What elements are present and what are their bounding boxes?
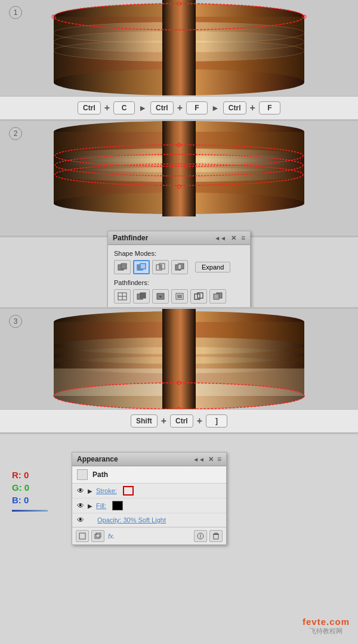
stroke-label[interactable]: Stroke:: [96, 487, 117, 494]
g-value: G: 0: [12, 482, 60, 493]
rgb-panel: R: 0 G: 0 B: 0: [12, 446, 60, 512]
r-value: R: 0: [12, 470, 60, 480]
pathfinders-label: Pathfinders:: [114, 279, 244, 286]
kbd-bracket: ]: [206, 414, 227, 428]
cylinder-image-3: [0, 309, 358, 409]
watermark: fevte.com 飞特教程网: [303, 617, 350, 636]
appearance-title: Appearance: [77, 455, 118, 463]
svg-rect-48: [214, 294, 219, 299]
svg-rect-44: [177, 295, 182, 298]
kbd-shift: Shift: [131, 414, 158, 428]
svg-rect-61: [79, 533, 85, 539]
section-2: 2: [0, 119, 358, 236]
fill-color-swatch[interactable]: [112, 501, 123, 510]
footer-circle-btn[interactable]: [194, 530, 207, 542]
pathfinder-menu[interactable]: ≡: [241, 234, 245, 242]
color-gradient-bar: [12, 510, 48, 512]
path-icon-box: [77, 469, 88, 480]
shape-mode-intersect[interactable]: [152, 260, 169, 274]
pathfinder-title: Pathfinder: [113, 234, 148, 242]
cylinder-svg-1: [0, 0, 358, 95]
plus-5: +: [197, 416, 202, 426]
arrow-1: ►: [138, 103, 147, 113]
footer-delete-btn[interactable]: [209, 530, 223, 542]
fill-visibility-eye[interactable]: 👁: [77, 501, 84, 510]
pathfinder-crop[interactable]: [171, 289, 188, 304]
svg-rect-63: [96, 533, 101, 537]
kbd-f-1: F: [186, 101, 208, 114]
footer-btn-2[interactable]: [91, 530, 104, 542]
b-value: B: 0: [12, 495, 60, 505]
path-title-row: Path: [72, 466, 226, 484]
kbd-bar-1: Ctrl + C ► Ctrl + F ► Ctrl + F: [0, 96, 358, 119]
svg-rect-30: [140, 264, 146, 269]
kbd-ctrl-2: Ctrl: [150, 101, 174, 114]
pathfinder-header: Pathfinder ◄◄ ✕ ≡: [108, 231, 250, 245]
fx-label[interactable]: fx.: [108, 532, 115, 540]
cylinder-image-1: [0, 0, 358, 96]
expand-button[interactable]: Expand: [195, 262, 230, 273]
appearance-header-right: ◄◄ ✕ ≡: [193, 455, 221, 463]
pathfinder-header-right: ◄◄ ✕ ≡: [214, 234, 245, 242]
fill-expand-arrow[interactable]: ▶: [88, 503, 92, 509]
pathfinder-trim[interactable]: [133, 289, 150, 304]
plus-4: +: [161, 416, 166, 426]
brand-subtitle: 飞特教程网: [303, 627, 350, 636]
section-3-pathfinder: Pathfinder ◄◄ ✕ ≡ Shape Modes:: [0, 236, 358, 307]
svg-rect-21: [162, 121, 196, 216]
shape-modes-row: Expand: [114, 260, 244, 274]
path-title: Path: [92, 470, 108, 479]
pathfinder-panel: Pathfinder ◄◄ ✕ ≡ Shape Modes:: [107, 231, 251, 314]
plus-2: +: [177, 103, 183, 113]
svg-rect-41: [140, 293, 146, 298]
shape-modes-label: Shape Modes:: [114, 250, 244, 257]
pathfinders-row: [114, 289, 244, 304]
svg-rect-68: [215, 533, 217, 534]
svg-rect-9: [162, 0, 196, 95]
pathfinder-outline[interactable]: [190, 289, 207, 304]
stroke-color-swatch[interactable]: [123, 486, 134, 496]
stroke-visibility-eye[interactable]: 👁: [77, 487, 84, 495]
opacity-label[interactable]: Opacity: 30% Soft Light: [97, 516, 166, 524]
kbd-ctrl-3: Ctrl: [223, 101, 246, 114]
opacity-row: 👁 Opacity: 30% Soft Light: [72, 513, 226, 527]
pathfinder-close[interactable]: ✕: [231, 234, 236, 242]
pathfinder-collapse[interactable]: ◄◄: [214, 235, 226, 242]
svg-rect-57: [162, 309, 196, 409]
pathfinder-divide[interactable]: [114, 289, 131, 304]
appearance-menu[interactable]: ≡: [217, 455, 221, 463]
appearance-panel: Appearance ◄◄ ✕ ≡ Path 👁 ▶ Stroke: 👁 ▶ F…: [72, 452, 227, 545]
arrow-2: ►: [211, 103, 220, 113]
cylinder-svg-2: [0, 121, 358, 216]
plus-1: +: [104, 103, 110, 113]
color-line-indicator: [12, 510, 60, 512]
section-5-appearance: R: 0 G: 0 B: 0 Appearance ◄◄ ✕ ≡ Path 👁 …: [0, 432, 358, 644]
svg-rect-28: [121, 264, 126, 269]
kbd-c: C: [113, 101, 135, 114]
section-4: 3: [0, 307, 358, 432]
fill-row: 👁 ▶ Fill:: [72, 499, 226, 513]
shape-mode-minus-front[interactable]: [133, 260, 150, 274]
appearance-collapse[interactable]: ◄◄: [193, 456, 205, 463]
svg-rect-66: [214, 534, 218, 539]
cylinder-svg-3: [0, 309, 358, 409]
shape-mode-unite[interactable]: [114, 260, 131, 274]
stroke-row: 👁 ▶ Stroke:: [72, 484, 226, 499]
fill-label[interactable]: Fill:: [96, 502, 106, 509]
stroke-expand-arrow[interactable]: ▶: [88, 488, 92, 494]
kbd-f-2: F: [259, 101, 280, 114]
pathfinder-merge[interactable]: [152, 289, 169, 304]
pathfinder-body: Shape Modes: Expand Pathfinders:: [108, 245, 250, 313]
pathfinder-minus-back[interactable]: [209, 289, 226, 304]
brand-name: fevte.com: [303, 617, 350, 627]
cylinder-image-2: [0, 121, 358, 231]
appearance-footer: fx.: [72, 527, 226, 544]
plus-3: +: [250, 103, 255, 113]
svg-rect-62: [95, 534, 100, 538]
kbd-bar-2: Shift + Ctrl + ]: [0, 409, 358, 432]
shape-mode-exclude[interactable]: [171, 260, 188, 274]
opacity-visibility-eye[interactable]: 👁: [77, 516, 84, 524]
appearance-close[interactable]: ✕: [208, 456, 214, 463]
section-1: 1: [0, 0, 358, 119]
footer-btn-1[interactable]: [76, 530, 89, 542]
